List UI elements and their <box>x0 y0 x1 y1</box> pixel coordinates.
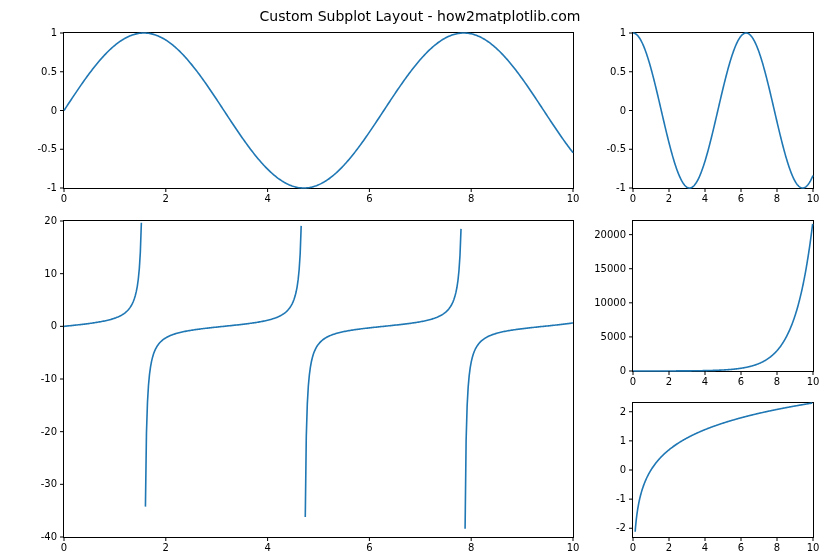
svg-text:4: 4 <box>702 542 708 553</box>
svg-text:15000: 15000 <box>594 263 626 274</box>
svg-text:8: 8 <box>774 376 780 387</box>
svg-text:4: 4 <box>264 542 270 553</box>
svg-text:8: 8 <box>774 542 780 553</box>
svg-text:0.5: 0.5 <box>41 66 57 77</box>
svg-text:1: 1 <box>620 435 626 446</box>
xticks: 0246810 <box>630 371 820 387</box>
svg-text:2: 2 <box>666 542 672 553</box>
svg-text:0: 0 <box>630 376 636 387</box>
svg-text:10: 10 <box>807 376 820 387</box>
svg-text:6: 6 <box>738 542 744 553</box>
svg-text:2: 2 <box>163 542 169 553</box>
xticks: 0246810 <box>630 188 820 204</box>
svg-text:10: 10 <box>567 542 580 553</box>
svg-text:4: 4 <box>702 376 708 387</box>
svg-text:1: 1 <box>51 27 57 38</box>
svg-text:-0.5: -0.5 <box>606 143 626 154</box>
svg-text:2: 2 <box>620 406 626 417</box>
svg-text:0: 0 <box>620 365 626 376</box>
svg-text:8: 8 <box>468 193 474 204</box>
svg-text:0: 0 <box>61 193 67 204</box>
svg-text:5000: 5000 <box>601 331 626 342</box>
svg-text:0: 0 <box>51 320 57 331</box>
svg-text:2: 2 <box>163 193 169 204</box>
svg-text:-10: -10 <box>41 373 57 384</box>
svg-text:-0.5: -0.5 <box>37 143 57 154</box>
subplot-cos: 0246810 -1-0.500.51 <box>632 32 814 189</box>
svg-text:6: 6 <box>366 193 372 204</box>
svg-text:-1: -1 <box>616 493 626 504</box>
line-exp <box>633 221 813 371</box>
line-tan <box>64 223 573 529</box>
svg-text:0: 0 <box>620 105 626 116</box>
line-log <box>635 403 813 532</box>
svg-text:0.5: 0.5 <box>610 66 626 77</box>
svg-text:10: 10 <box>567 193 580 204</box>
svg-text:0: 0 <box>630 542 636 553</box>
figure: Custom Subplot Layout - how2matplotlib.c… <box>0 0 840 560</box>
yticks: -2-1012 <box>616 406 633 534</box>
svg-text:0: 0 <box>630 193 636 204</box>
xticks: 0246810 <box>61 537 580 553</box>
svg-text:-30: -30 <box>41 478 57 489</box>
svg-text:20000: 20000 <box>594 229 626 240</box>
svg-text:1: 1 <box>620 27 626 38</box>
subplot-log: 0246810 -2-1012 <box>632 402 814 538</box>
svg-text:2: 2 <box>666 376 672 387</box>
svg-text:10: 10 <box>807 542 820 553</box>
svg-text:20: 20 <box>44 215 57 226</box>
xticks: 0246810 <box>61 188 580 204</box>
svg-text:0: 0 <box>51 105 57 116</box>
subplot-tan: 0246810 -40-30-20-1001020 <box>63 220 574 538</box>
svg-text:0: 0 <box>620 464 626 475</box>
subplot-sin: 0246810 -1-0.500.51 <box>63 32 574 189</box>
svg-text:10000: 10000 <box>594 297 626 308</box>
svg-text:4: 4 <box>702 193 708 204</box>
svg-text:6: 6 <box>738 193 744 204</box>
line-cos <box>633 33 813 188</box>
svg-text:-1: -1 <box>616 182 626 193</box>
yticks: 05000100001500020000 <box>594 229 633 376</box>
svg-text:-20: -20 <box>41 426 57 437</box>
yticks: -1-0.500.51 <box>606 27 633 193</box>
figure-title: Custom Subplot Layout - how2matplotlib.c… <box>0 8 840 24</box>
svg-text:10: 10 <box>44 268 57 279</box>
svg-text:-40: -40 <box>41 531 57 542</box>
yticks: -1-0.500.51 <box>37 27 64 193</box>
svg-text:4: 4 <box>264 193 270 204</box>
svg-text:8: 8 <box>468 542 474 553</box>
svg-text:6: 6 <box>366 542 372 553</box>
svg-text:2: 2 <box>666 193 672 204</box>
xticks: 0246810 <box>630 537 820 553</box>
svg-text:-1: -1 <box>47 182 57 193</box>
line-sin <box>64 33 573 188</box>
svg-text:10: 10 <box>807 193 820 204</box>
svg-text:8: 8 <box>774 193 780 204</box>
svg-text:-2: -2 <box>616 522 626 533</box>
svg-text:0: 0 <box>61 542 67 553</box>
yticks: -40-30-20-1001020 <box>41 215 64 542</box>
subplot-exp: 0246810 05000100001500020000 <box>632 220 814 372</box>
svg-text:6: 6 <box>738 376 744 387</box>
